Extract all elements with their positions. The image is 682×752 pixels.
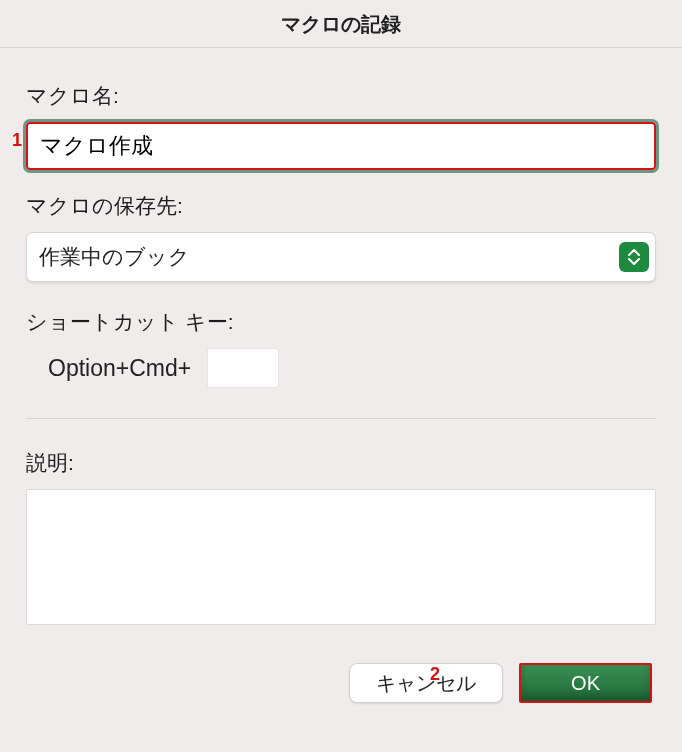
macro-name-input[interactable] (26, 122, 656, 170)
ok-button[interactable]: OK (519, 663, 652, 703)
save-dest-value: 作業中のブック (39, 243, 190, 271)
chevron-up-down-icon (619, 242, 649, 272)
macro-name-label: マクロ名: (26, 82, 656, 110)
shortcut-key-input[interactable] (207, 348, 279, 388)
divider (26, 418, 656, 419)
dialog-body: 1 マクロ名: マクロの保存先: 作業中のブック ショートカット キー: Opt… (0, 48, 682, 703)
cancel-button[interactable]: キャンセル (349, 663, 503, 703)
annotation-2: 2 (430, 664, 440, 685)
description-textarea[interactable] (26, 489, 656, 625)
annotation-1: 1 (12, 130, 22, 151)
shortcut-label: ショートカット キー: (26, 308, 656, 336)
shortcut-prefix: Option+Cmd+ (48, 355, 191, 382)
save-dest-label: マクロの保存先: (26, 192, 656, 220)
dialog-title: マクロの記録 (0, 0, 682, 48)
description-label: 説明: (26, 449, 656, 477)
save-dest-select[interactable]: 作業中のブック (26, 232, 656, 282)
button-row: キャンセル OK (26, 663, 656, 703)
